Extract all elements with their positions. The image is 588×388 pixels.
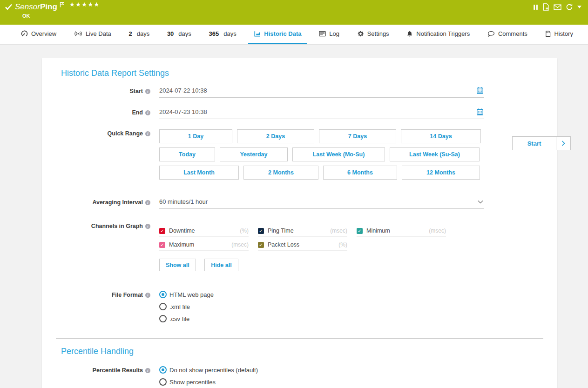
live-data-icon [74,31,82,37]
quick-range-today[interactable]: Today [159,147,215,161]
gear-icon [357,30,364,37]
radio-do-not-show-percentiles[interactable] [159,366,167,374]
refresh-icon[interactable] [566,3,573,11]
channel-maximum: Maximum (msec) [159,241,249,251]
tab-label: days [223,30,236,37]
channel-unit: (msec) [330,227,347,234]
gauge-icon [21,30,28,37]
radio-label: Do not show percentiles (default) [169,367,258,374]
tab-notification-triggers[interactable]: Notification Triggers [401,25,475,44]
end-date-value: 2024-07-23 10:38 [159,108,207,115]
percentile-handling-title: Percentile Handling [61,347,557,356]
quick-range-7-days[interactable]: 7 Days [319,129,396,143]
quick-range-last-month[interactable]: Last Month [159,166,239,180]
quick-range-14-days[interactable]: 14 Days [401,129,481,143]
end-date-input[interactable]: 2024-07-23 10:38 [159,108,484,119]
quick-range-last-week-su-sa[interactable]: Last Week (Su-Sa) [390,147,480,161]
percentile-results-row: Percentile Results i Do not show percent… [42,366,557,388]
radio-label: .xml file [169,303,190,310]
start-button-label[interactable]: Start [513,137,556,150]
tab-label: Notification Triggers [416,30,470,37]
averaging-interval-select[interactable]: 60 minutes/1 hour [159,198,484,209]
quick-range-label: Quick Range [108,130,143,137]
radio-label: Show percentiles [169,379,216,386]
tab-label: days [178,30,191,37]
tab-historic-data[interactable]: Historic Data [248,25,307,44]
info-icon[interactable]: i [145,131,150,136]
quick-range-last-week-mo-su[interactable]: Last Week (Mo-Su) [292,147,385,161]
log-icon [319,31,326,37]
radio-show-percentiles[interactable] [159,378,167,386]
report-settings-title: Historic Data Report Settings [61,58,557,78]
flag-icon[interactable] [60,2,64,7]
info-icon[interactable]: i [145,89,150,94]
add-report-icon[interactable] [542,3,549,11]
radio-xml-file[interactable] [159,303,167,310]
channel-checkbox[interactable] [159,228,165,234]
radio-html-web-page[interactable] [159,291,167,298]
tab-365-days[interactable]: 365 days [203,25,242,44]
chart-icon [254,30,261,37]
chevron-right-icon [561,140,565,146]
tab-live-data[interactable]: Live Data [68,25,117,44]
history-icon [545,30,551,37]
channel-minimum: Minimum (msec) [357,227,446,237]
channel-packet-loss: Packet Loss (%) [258,241,347,251]
file-format-label: File Format [112,292,143,298]
tab-label: History [554,30,573,37]
tab-history[interactable]: History [539,25,578,44]
info-icon[interactable]: i [145,200,150,205]
tab-bar: Overview Live Data 2 days 30 days 365 da… [0,25,588,45]
run-report-start-button[interactable]: Start [512,136,571,150]
tab-2-days[interactable]: 2 days [123,25,155,44]
channel-unit: (%) [338,241,347,248]
sensor-status-badge: OK [22,13,30,19]
radio-csv-file[interactable] [159,315,167,322]
averaging-interval-label: Averaging Interval [92,199,143,206]
end-label: End [132,109,143,116]
averaging-interval-row: Averaging Interval i 60 minutes/1 hour [42,198,557,209]
sensor-name: Ping [40,2,57,12]
chevron-down-icon[interactable] [577,6,581,8]
start-date-input[interactable]: 2024-07-22 10:38 [159,87,484,98]
tab-settings[interactable]: Settings [351,25,395,44]
email-icon[interactable] [554,4,561,10]
info-icon[interactable]: i [145,224,150,229]
tab-label: Log [329,30,339,37]
tab-comments[interactable]: Comments [482,25,533,44]
channel-name: Minimum [366,227,390,234]
quick-range-1-day[interactable]: 1 Day [159,129,232,143]
channel-name: Maximum [169,241,194,248]
calendar-icon[interactable] [477,108,483,115]
tab-30-days[interactable]: 30 days [162,25,197,44]
quick-range-6-months[interactable]: 6 Months [323,166,397,180]
quick-range-2-months[interactable]: 2 Months [243,166,318,180]
channel-checkbox[interactable] [159,242,165,248]
tab-number: 2 [128,30,132,37]
channels-row: Channels in Graph i Downtime (%) Ping Ti… [42,222,557,271]
tab-log[interactable]: Log [313,25,345,44]
show-all-button[interactable]: Show all [159,259,196,271]
bell-icon [406,30,413,37]
quick-range-yesterday[interactable]: Yesterday [220,147,288,161]
quick-range-row: Quick Range i 1 Day 2 Days 7 Days 14 Day… [42,129,557,184]
tab-number: 365 [209,30,219,37]
hide-all-button[interactable]: Hide all [204,259,238,271]
quick-range-2-days[interactable]: 2 Days [237,129,314,143]
channel-checkbox[interactable] [258,228,264,234]
sensor-type-label: Sensor [15,2,40,12]
pause-icon[interactable] [533,4,538,10]
channel-checkbox[interactable] [357,228,363,234]
info-icon[interactable]: i [145,368,150,373]
priority-stars[interactable]: ★★★★★ [69,1,100,8]
calendar-icon[interactable] [477,87,483,94]
tab-overview[interactable]: Overview [15,25,62,44]
channel-checkbox[interactable] [258,242,264,248]
radio-label: .csv file [169,315,189,322]
start-button-chevron[interactable] [556,137,570,150]
quick-range-12-months[interactable]: 12 Months [402,166,480,180]
info-icon[interactable]: i [145,110,150,115]
info-icon[interactable]: i [145,293,150,298]
section-divider [56,338,543,339]
tab-label: Overview [31,30,56,37]
